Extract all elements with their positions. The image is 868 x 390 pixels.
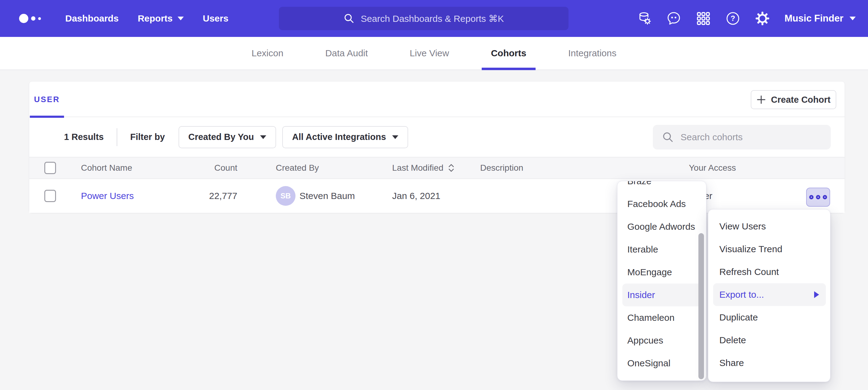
tab-user-cohorts-label: USER [34, 95, 60, 104]
tab-lexicon[interactable]: Lexicon [242, 37, 292, 69]
header-last-modified[interactable]: Last Modified [392, 158, 455, 178]
chevron-down-icon [260, 135, 266, 139]
chevron-down-icon [178, 17, 184, 20]
filter-by-label: Filter by [130, 132, 165, 142]
search-cohorts-input[interactable] [681, 132, 816, 142]
menu-item-visualize-trend[interactable]: Visualize Trend [708, 238, 830, 261]
created-by-cell: SB Steven Baum [276, 179, 355, 213]
table-row: Power Users 22,777 SB Steven Baum Jan 6,… [29, 179, 845, 213]
logo-dot-small [38, 17, 41, 20]
svg-text:?: ? [731, 14, 735, 23]
help-icon[interactable]: ? [725, 11, 740, 26]
search-icon [662, 131, 674, 143]
menu-item-duplicate[interactable]: Duplicate [708, 306, 830, 329]
page-body: USER Create Cohort 1 Results Filter by C… [0, 70, 868, 390]
account-name: Music Finder [784, 13, 843, 24]
nav-item-users[interactable]: Users [193, 13, 238, 24]
dot-icon [823, 195, 827, 199]
chevron-down-icon [849, 17, 856, 20]
avatar: SB [276, 186, 296, 206]
menu-item-delete[interactable]: Delete [708, 329, 830, 352]
tab-user-cohorts[interactable]: USER [30, 82, 64, 117]
nav-item-dashboards-label: Dashboards [65, 13, 119, 24]
mixpanel-logo[interactable] [19, 14, 41, 23]
export-option-iterable[interactable]: Iterable [617, 238, 706, 261]
integrations-filter[interactable]: All Active Integrations [282, 126, 408, 148]
create-cohort-label: Create Cohort [771, 95, 831, 105]
export-to-submenu: Braze Facebook Ads Google Adwords Iterab… [617, 181, 706, 381]
cohorts-card: USER Create Cohort 1 Results Filter by C… [29, 81, 845, 213]
dot-icon [816, 195, 820, 199]
tab-data-audit-label: Data Audit [326, 48, 368, 59]
header-last-modified-label: Last Modified [392, 163, 443, 173]
chevron-right-icon [814, 291, 819, 298]
table-header-row: Cohort Name Count Created By Last Modifi… [29, 157, 845, 179]
global-search-placeholder: Search Dashboards & Reports ⌘K [361, 13, 504, 24]
export-option-onesignal[interactable]: OneSignal [617, 352, 706, 375]
top-nav: Dashboards Reports Users Search Dashboar… [0, 0, 868, 37]
cohort-type-tabs: USER Create Cohort [29, 82, 845, 117]
nav-item-users-label: Users [203, 13, 228, 24]
submenu-scrollbar[interactable] [699, 233, 704, 379]
header-cohort-name[interactable]: Cohort Name [81, 158, 132, 178]
tab-integrations-label: Integrations [568, 48, 617, 59]
nav-item-reports[interactable]: Reports [128, 13, 193, 24]
global-search-input[interactable]: Search Dashboards & Reports ⌘K [279, 7, 568, 30]
divider [117, 128, 117, 146]
more-actions-button[interactable] [806, 188, 830, 207]
settings-gear-icon[interactable] [755, 11, 770, 26]
integrations-filter-label: All Active Integrations [292, 132, 386, 142]
logo-dot-medium [31, 16, 35, 21]
data-management-icon[interactable] [637, 11, 652, 26]
tab-live-view[interactable]: Live View [400, 37, 458, 69]
cohort-count: 22,777 [158, 179, 237, 213]
search-icon [343, 13, 354, 24]
export-option-appcues[interactable]: Appcues [617, 329, 706, 352]
header-created-by[interactable]: Created By [276, 158, 319, 178]
cohorts-page: Dashboards Reports Users Search Dashboar… [0, 0, 868, 390]
export-option-insider[interactable]: Insider [622, 284, 703, 306]
menu-item-export-to-label: Export to... [719, 289, 764, 300]
tab-live-view-label: Live View [410, 48, 449, 59]
logo-dot-large [19, 14, 28, 23]
select-all-checkbox[interactable] [44, 162, 56, 174]
apps-grid-icon[interactable] [696, 11, 711, 26]
chevron-down-icon [392, 135, 398, 139]
created-by-filter-label: Created By You [188, 132, 254, 142]
menu-item-view-users[interactable]: View Users [708, 215, 830, 238]
row-checkbox[interactable] [44, 190, 56, 202]
tab-integrations[interactable]: Integrations [559, 37, 626, 69]
sort-icon [448, 163, 455, 173]
tab-data-audit[interactable]: Data Audit [316, 37, 377, 69]
export-option-google-adwords[interactable]: Google Adwords [617, 215, 706, 238]
tab-cohorts-label: Cohorts [491, 48, 526, 59]
last-modified-cell: Jan 6, 2021 [392, 179, 440, 213]
cohort-name-link[interactable]: Power Users [81, 191, 134, 201]
export-option-facebook-ads[interactable]: Facebook Ads [617, 193, 706, 215]
feedback-icon[interactable] [666, 11, 681, 26]
menu-item-refresh-count[interactable]: Refresh Count [708, 261, 830, 283]
section-tabs: Lexicon Data Audit Live View Cohorts Int… [0, 37, 868, 70]
menu-item-share[interactable]: Share [708, 352, 830, 374]
header-your-access[interactable]: Your Access [689, 158, 736, 178]
tab-cohorts[interactable]: Cohorts [482, 37, 535, 69]
header-description[interactable]: Description [480, 158, 523, 178]
dot-icon [809, 195, 813, 199]
export-option-moengage[interactable]: MoEngage [617, 261, 706, 284]
search-cohorts-box [653, 125, 831, 150]
nav-item-reports-label: Reports [137, 13, 173, 24]
header-count[interactable]: Count [158, 158, 237, 178]
tab-lexicon-label: Lexicon [251, 48, 283, 59]
created-by-filter[interactable]: Created By You [179, 126, 276, 148]
account-menu[interactable]: Music Finder [784, 13, 856, 24]
export-option-chameleon[interactable]: Chameleon [617, 306, 706, 329]
nav-item-dashboards[interactable]: Dashboards [56, 13, 128, 24]
results-count: 1 Results [64, 132, 104, 142]
plus-icon [756, 95, 766, 104]
created-by-name: Steven Baum [300, 191, 355, 201]
export-option-braze[interactable]: Braze [617, 181, 706, 193]
create-cohort-button[interactable]: Create Cohort [751, 90, 836, 109]
menu-item-export-to[interactable]: Export to... [713, 283, 826, 306]
row-context-menu: View Users Visualize Trend Refresh Count… [708, 209, 831, 382]
